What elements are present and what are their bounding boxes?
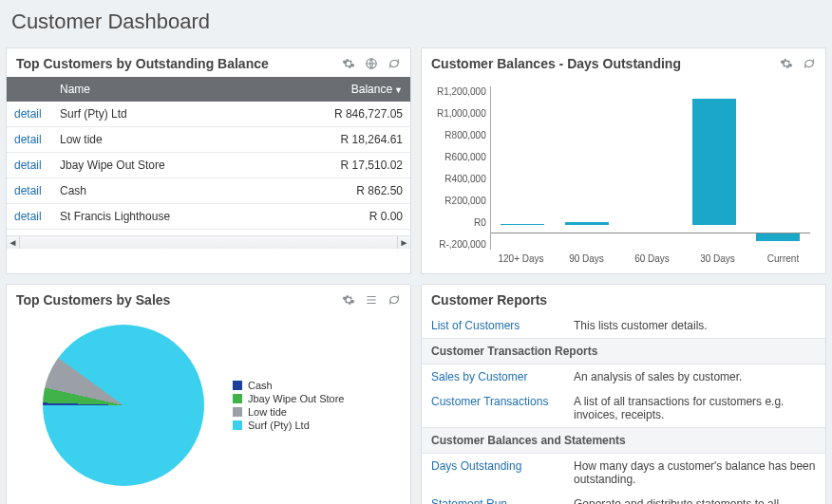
- report-link[interactable]: Days Outstanding: [431, 459, 574, 486]
- table-row: detail St Francis Lighthouse R 0.00: [7, 204, 410, 230]
- y-tick-label: R1,000,000: [437, 108, 486, 119]
- y-tick-label: R0: [474, 217, 486, 228]
- gear-icon[interactable]: [342, 57, 355, 70]
- bar[interactable]: [756, 233, 800, 241]
- report-desc: An analysis of sales by customer.: [574, 370, 816, 383]
- panel-title-days-outstanding: Customer Balances - Days Outstanding: [431, 56, 780, 71]
- report-link[interactable]: List of Customers: [431, 319, 574, 332]
- gear-icon[interactable]: [780, 57, 793, 70]
- scroll-left-icon[interactable]: ◄: [7, 236, 20, 249]
- panel-top-sales: Top Customers by Sales CashJbay Wipe Out…: [6, 284, 411, 504]
- table-row: detail Low tide R 18,264.61: [7, 127, 410, 153]
- legend-swatch: [233, 394, 242, 403]
- bar[interactable]: [501, 224, 544, 225]
- cust-name: Surf (Pty) Ltd: [52, 102, 267, 127]
- legend-swatch: [233, 381, 242, 390]
- table-row: detail Surf (Pty) Ltd R 846,727.05: [7, 102, 410, 127]
- globe-icon[interactable]: [365, 57, 378, 70]
- panel-days-outstanding: Customer Balances - Days Outstanding R1,…: [421, 47, 826, 274]
- bar[interactable]: [565, 222, 609, 225]
- report-section-heading: Customer Balances and Statements: [422, 427, 825, 454]
- table-row: detail Jbay Wipe Out Store R 17,510.02: [7, 153, 410, 178]
- x-tick-label: 120+ Days: [488, 252, 554, 264]
- report-desc: A list of all transactions for customers…: [574, 395, 816, 421]
- panel-reports: Customer Reports List of Customers This …: [421, 284, 826, 504]
- y-tick-label: R-,200,000: [439, 239, 485, 250]
- legend-item: Jbay Wipe Out Store: [233, 393, 345, 404]
- report-desc: This lists customer details.: [574, 319, 816, 332]
- legend-label: Surf (Pty) Ltd: [248, 420, 310, 431]
- legend-label: Jbay Wipe Out Store: [248, 393, 345, 404]
- detail-link[interactable]: detail: [14, 210, 42, 223]
- pie-chart: [43, 325, 204, 486]
- x-tick-label: 90 Days: [554, 252, 619, 264]
- y-tick-label: R1,200,000: [437, 86, 486, 97]
- top-balance-table: Name Balance▼ detail Surf (Pty) Ltd R 84…: [7, 77, 410, 230]
- list-icon[interactable]: [365, 293, 378, 307]
- page-title: Customer Dashboard: [0, 0, 832, 47]
- cust-name: Low tide: [52, 127, 267, 153]
- pie-legend: CashJbay Wipe Out StoreLow tideSurf (Pty…: [233, 378, 345, 433]
- legend-swatch: [233, 407, 242, 417]
- cust-balance: R 18,264.61: [267, 127, 410, 153]
- y-tick-label: R200,000: [444, 196, 485, 206]
- cust-balance: R 846,727.05: [267, 102, 410, 127]
- y-tick-label: R600,000: [444, 152, 485, 162]
- legend-label: Cash: [248, 380, 273, 391]
- cust-name: St Francis Lighthouse: [52, 204, 267, 230]
- refresh-icon[interactable]: [803, 57, 816, 70]
- panel-title-top-balance: Top Customers by Outstanding Balance: [16, 56, 342, 71]
- refresh-icon[interactable]: [388, 57, 401, 70]
- cust-balance: R 862.50: [267, 178, 410, 204]
- x-tick-label: 30 Days: [685, 252, 750, 264]
- legend-item: Surf (Pty) Ltd: [233, 420, 345, 431]
- bar-chart: R1,200,000R1,000,000R800,000R600,000R400…: [431, 81, 816, 252]
- report-link[interactable]: Customer Transactions: [431, 395, 574, 421]
- table-row: detail Cash R 862.50: [7, 178, 410, 204]
- bar[interactable]: [692, 99, 736, 226]
- report-link[interactable]: Statement Run: [431, 497, 574, 504]
- cust-name: Jbay Wipe Out Store: [52, 153, 267, 178]
- y-tick-label: R400,000: [444, 174, 485, 184]
- detail-link[interactable]: detail: [14, 107, 42, 121]
- panel-top-balance: Top Customers by Outstanding Balance: [6, 47, 411, 274]
- refresh-icon[interactable]: [388, 293, 401, 307]
- sort-desc-icon: ▼: [394, 85, 403, 95]
- y-tick-label: R800,000: [444, 130, 485, 140]
- report-desc: How many days a customer's balance has b…: [574, 459, 816, 486]
- horizontal-scrollbar[interactable]: ◄ ►: [7, 235, 410, 249]
- col-name[interactable]: Name: [52, 77, 267, 102]
- detail-link[interactable]: detail: [14, 159, 42, 172]
- legend-item: Low tide: [233, 406, 345, 418]
- col-balance[interactable]: Balance▼: [267, 77, 410, 102]
- legend-item: Cash: [233, 380, 345, 391]
- report-section-heading: Customer Transaction Reports: [422, 338, 825, 364]
- scroll-right-icon[interactable]: ►: [397, 236, 410, 249]
- gear-icon[interactable]: [342, 293, 355, 307]
- detail-link[interactable]: detail: [14, 184, 42, 197]
- panel-title-reports: Customer Reports: [431, 292, 816, 308]
- report-desc: Generate and distribute statements to al…: [574, 497, 816, 504]
- detail-link[interactable]: detail: [14, 133, 42, 146]
- panel-title-top-sales: Top Customers by Sales: [16, 292, 342, 308]
- legend-swatch: [233, 420, 242, 430]
- x-tick-label: 60 Days: [619, 252, 685, 264]
- cust-balance: R 17,510.02: [267, 153, 410, 178]
- legend-label: Low tide: [248, 406, 287, 418]
- cust-name: Cash: [52, 178, 267, 204]
- report-link[interactable]: Sales by Customer: [431, 370, 574, 383]
- x-tick-label: Current: [750, 252, 816, 264]
- cust-balance: R 0.00: [267, 204, 410, 230]
